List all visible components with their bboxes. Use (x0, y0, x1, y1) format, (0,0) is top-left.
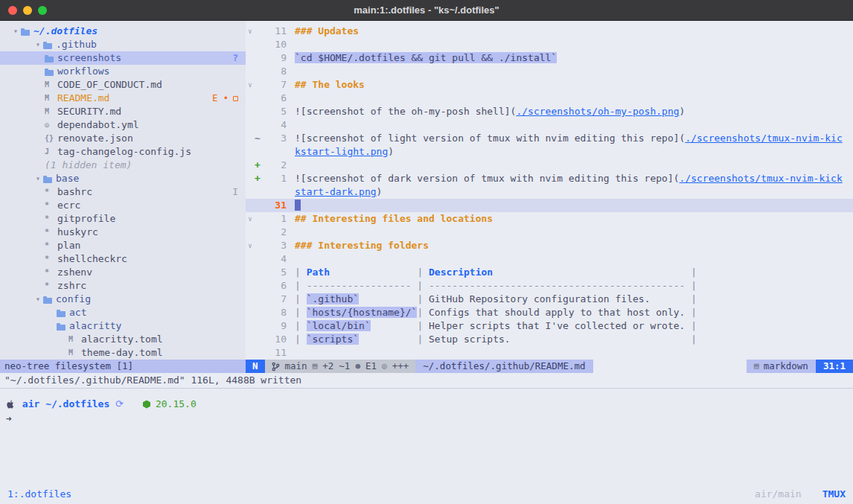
expander-icon[interactable]: ▾ (33, 172, 43, 185)
editor-line[interactable]: start-dark.png) (246, 185, 853, 199)
tree-item[interactable]: alacritty (0, 319, 246, 333)
tree-item[interactable]: MREADME.mdE • (0, 92, 246, 105)
line-number: 2 (264, 159, 287, 172)
branch-name: main (285, 360, 307, 373)
editor-line[interactable]: 10| `scripts` | Setup scripts. | (246, 333, 853, 346)
expander-icon[interactable]: ▾ (33, 38, 43, 51)
git-sign (255, 279, 264, 293)
tree-item[interactable]: *huskyrc (0, 226, 246, 239)
editor-line[interactable]: 11 (246, 346, 853, 360)
tree-item[interactable]: screenshots? (0, 51, 246, 65)
tree-item[interactable]: *ecrc (0, 199, 246, 212)
editor-line[interactable]: ~3![screenshot of light version of tmux … (246, 132, 853, 145)
editor-line[interactable]: +2 (246, 159, 853, 172)
syntax-segment: ![screenshot of light version of tmux wi… (295, 133, 685, 144)
shell-pane[interactable]: air ~/.dotfiles ⟳ 20.15.0 ➜ (0, 389, 853, 485)
git-sign (255, 252, 264, 266)
editor-line[interactable]: 9`cd $HOME/.dotfiles && git pull && ./in… (246, 51, 853, 65)
js-icon: J (45, 145, 57, 159)
shell-prompt: air ~/.dotfiles ⟳ 20.15.0 (6, 398, 853, 411)
command-line-message: "~/.dotfiles/.github/README.md" 116L, 44… (0, 373, 853, 388)
tree-item[interactable]: *zshrc (0, 279, 246, 293)
editor-line[interactable]: 5| Path | Description | (246, 266, 853, 279)
tree-item[interactable]: MSECURITY.md (0, 105, 246, 118)
fold-icon (246, 92, 255, 105)
editor-line[interactable]: 10 (246, 38, 853, 51)
tree-item-label: base (56, 172, 79, 185)
cursor-position: 31:1 (816, 360, 853, 373)
tree-item-label: ~/.dotfiles (33, 25, 98, 38)
md-icon: M (45, 92, 57, 105)
fold-icon (246, 172, 255, 185)
tree-item[interactable]: ▾~/.dotfiles (0, 25, 246, 38)
mode-indicator: N (246, 360, 265, 373)
git-sign (255, 266, 264, 279)
tree-item[interactable]: ▾config (0, 293, 246, 306)
folder-icon (43, 175, 56, 183)
tree-item[interactable]: {}renovate.json (0, 132, 246, 145)
expander-icon[interactable]: ▾ (33, 293, 43, 306)
line-text (287, 199, 853, 212)
tree-item[interactable]: *shellcheckrc (0, 252, 246, 266)
fold-icon (246, 185, 255, 199)
tree-item[interactable]: ▾.github (0, 38, 246, 51)
tree-item[interactable]: workflows (0, 65, 246, 78)
tree-item-label: ecrc (57, 199, 80, 212)
syntax-segment: | (417, 307, 429, 318)
line-text: | ------------------ | -----------------… (287, 279, 853, 293)
editor-line[interactable]: ∨3### Interesting folders (246, 239, 853, 252)
syntax-segment: `scripts` (307, 334, 359, 345)
git-sign (255, 78, 264, 92)
syntax-segment: ) (680, 106, 686, 117)
tree-item[interactable]: *zshenv (0, 266, 246, 279)
md-icon: M (45, 78, 57, 92)
editor-line[interactable]: 4 (246, 118, 853, 132)
shell-icon: * (45, 252, 57, 266)
git-sign (255, 65, 264, 78)
editor-line[interactable]: ∨11### Updates (246, 25, 853, 38)
tree-item[interactable]: *gitprofile (0, 212, 246, 226)
editor-line[interactable]: 5![screenshot of the oh-my-posh shell](.… (246, 105, 853, 118)
buffer-icon: ▤ (313, 360, 318, 373)
editor-line[interactable]: 9| `local/bin` | Helper scripts that I'v… (246, 319, 853, 333)
syntax-segment: `cd $HOME/.dotfiles && git pull && ./ins… (295, 52, 557, 63)
editor-line[interactable]: 4 (246, 252, 853, 266)
statusline-fill (593, 360, 747, 373)
editor-line[interactable]: +1![screenshot of dark version of tmux w… (246, 172, 853, 185)
tree-item[interactable]: *plan (0, 239, 246, 252)
line-text: ### Updates (287, 25, 853, 38)
editor-line[interactable]: 7| `.github` | GitHub Repository configu… (246, 293, 853, 306)
tree-item[interactable]: Malacritty.toml (0, 333, 246, 346)
editor-line[interactable]: 8 (246, 65, 853, 78)
editor-line[interactable]: kstart-light.png) (246, 145, 853, 159)
syntax-segment: | (417, 293, 429, 304)
editor-line[interactable]: ∨7## The looks (246, 78, 853, 92)
fold-icon (246, 279, 255, 293)
tree-item[interactable]: act (0, 306, 246, 319)
syntax-segment: | (417, 320, 429, 331)
yml-icon: ◎ (45, 118, 57, 132)
tree-item[interactable]: *bashrcI (0, 185, 246, 199)
editor-line[interactable]: 8| `hosts/{hostname}/`| Configs that sho… (246, 306, 853, 319)
line-text (287, 159, 853, 172)
editor-line[interactable]: 6| ------------------ | ----------------… (246, 279, 853, 293)
line-number: 10 (264, 38, 287, 51)
editor-line[interactable]: 2 (246, 226, 853, 239)
expander-icon[interactable]: ▾ (10, 25, 21, 38)
editor-line[interactable]: 6 (246, 92, 853, 105)
tmux-window-item[interactable]: 1:.dotfiles (7, 488, 71, 501)
editor-line[interactable]: 31 (246, 199, 853, 212)
tree-item[interactable]: (1 hidden item) (0, 159, 246, 172)
tree-item[interactable]: Mtheme-day.toml (0, 346, 246, 360)
line-text: | `scripts` | Setup scripts. | (287, 333, 853, 346)
editor-line[interactable]: ∨1## Interesting files and locations (246, 212, 853, 226)
tree-item[interactable]: ▾base (0, 172, 246, 185)
tree-item[interactable]: ◎dependabot.yml (0, 118, 246, 132)
git-sign: ~ (255, 132, 264, 145)
git-sign (255, 118, 264, 132)
git-sign (255, 38, 264, 51)
tree-item[interactable]: Jtag-changelog-config.js (0, 145, 246, 159)
tree-item[interactable]: MCODE_OF_CONDUCT.md (0, 78, 246, 92)
fold-icon (246, 306, 255, 319)
folder-icon (57, 322, 69, 331)
